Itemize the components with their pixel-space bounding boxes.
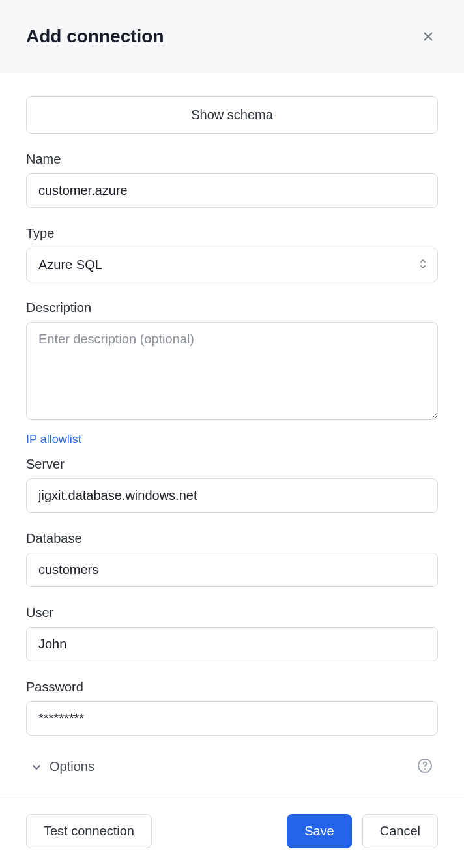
- show-schema-button[interactable]: Show schema: [26, 96, 438, 134]
- name-label: Name: [26, 152, 438, 167]
- dialog-header: Add connection: [0, 0, 464, 73]
- user-field: User: [26, 605, 438, 661]
- name-input[interactable]: [26, 173, 438, 208]
- database-label: Database: [26, 531, 438, 546]
- name-field: Name: [26, 152, 438, 208]
- cancel-button[interactable]: Cancel: [362, 814, 438, 848]
- dialog-title: Add connection: [26, 26, 164, 47]
- password-field: Password: [26, 680, 438, 736]
- database-field: Database: [26, 531, 438, 587]
- close-icon: [421, 29, 435, 44]
- description-field: Description: [26, 300, 438, 422]
- description-input[interactable]: [26, 322, 438, 420]
- server-field: Server: [26, 457, 438, 513]
- help-button[interactable]: [417, 758, 433, 775]
- save-button[interactable]: Save: [287, 814, 352, 848]
- help-icon: [417, 758, 433, 774]
- options-row: Options: [26, 754, 438, 779]
- options-label: Options: [50, 759, 94, 774]
- svg-point-1: [424, 768, 426, 770]
- footer-actions: Save Cancel: [287, 814, 438, 848]
- description-label: Description: [26, 300, 438, 315]
- user-input[interactable]: [26, 627, 438, 661]
- server-input[interactable]: [26, 478, 438, 513]
- type-field: Type Azure SQL: [26, 226, 438, 282]
- user-label: User: [26, 605, 438, 620]
- password-input[interactable]: [26, 701, 438, 736]
- close-button[interactable]: [418, 27, 438, 46]
- chevron-down-icon: [31, 762, 42, 772]
- dialog-content: Show schema Name Type Azure SQL Descript…: [0, 73, 464, 779]
- server-label: Server: [26, 457, 438, 472]
- test-connection-button[interactable]: Test connection: [26, 814, 152, 848]
- ip-allowlist-link[interactable]: IP allowlist: [26, 433, 81, 446]
- type-select[interactable]: Azure SQL: [26, 248, 438, 282]
- password-label: Password: [26, 680, 438, 695]
- database-input[interactable]: [26, 553, 438, 587]
- options-toggle[interactable]: Options: [31, 759, 94, 774]
- dialog-footer: Test connection Save Cancel: [0, 794, 464, 868]
- type-label: Type: [26, 226, 438, 241]
